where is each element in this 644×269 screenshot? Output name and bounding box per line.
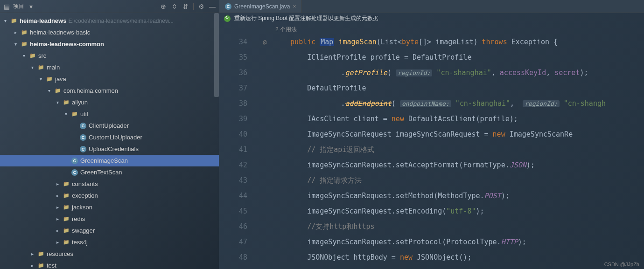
editor-panel: C GreenImageScan.java × 重新运行 Spring Boot… xyxy=(219,0,644,269)
editor-tab[interactable]: C GreenImageScan.java × xyxy=(219,0,302,13)
tree-arrow[interactable]: ▸ xyxy=(29,263,35,268)
tree-label: util xyxy=(80,110,88,117)
tree-row[interactable]: ▾src xyxy=(0,50,219,62)
folder-icon xyxy=(37,250,45,258)
tree-label: heima-leadnews-basic xyxy=(30,29,90,36)
tree-label: java xyxy=(55,76,66,83)
tree-label: main xyxy=(47,64,60,71)
project-panel: ▤ 项目 ▾ ⊕ ⇳ ⇵ ⚙ — ▾ heima-leadnews E:\cod… xyxy=(0,0,219,269)
watermark: CSDN @JJpZh xyxy=(604,262,639,267)
tree-row[interactable]: CGreenTextScan xyxy=(0,166,219,178)
chevron-down-icon[interactable]: ▾ xyxy=(27,3,35,10)
code-editor[interactable]: 343536373839404142434445464748 @ public … xyxy=(219,34,644,269)
tree-row[interactable]: ▸tess4j xyxy=(0,236,219,248)
java-class-icon: C xyxy=(71,157,78,165)
project-tree[interactable]: ▾ heima-leadnews E:\code\heima-leadnews\… xyxy=(0,13,219,269)
close-icon[interactable]: × xyxy=(293,3,296,10)
tree-row[interactable]: ▾java xyxy=(0,73,219,85)
tree-arrow[interactable]: ▾ xyxy=(29,65,35,70)
folder-icon xyxy=(63,204,70,211)
collapse-icon[interactable]: ⇵ xyxy=(182,3,189,10)
scrollbar-thumb[interactable] xyxy=(214,13,219,97)
tree-label: GreenImageScan xyxy=(80,157,128,164)
folder-icon xyxy=(71,110,78,118)
gutter-icons: @ xyxy=(252,34,278,269)
tree-label: jackson xyxy=(72,204,92,211)
tree-label: resources xyxy=(47,250,73,257)
locate-icon[interactable]: ⊕ xyxy=(160,3,167,10)
tree-row[interactable]: CGreenImageScan xyxy=(0,155,219,166)
tree-row[interactable]: ▸jackson xyxy=(0,201,219,213)
project-toolbar: ▤ 项目 ▾ ⊕ ⇳ ⇵ ⚙ — xyxy=(0,0,219,13)
tree-row[interactable]: ▸test xyxy=(0,260,219,269)
usages-hint[interactable]: 2 个用法 xyxy=(219,24,644,34)
tree-row[interactable]: CUploadCredentials xyxy=(0,143,219,155)
tree-row[interactable]: ▸redis xyxy=(0,213,219,225)
folder-icon xyxy=(54,87,62,95)
tree-label: ClientUploader xyxy=(89,122,129,129)
folder-icon xyxy=(63,99,70,106)
tree-row[interactable]: ▸exception xyxy=(0,190,219,201)
tree-label: aliyun xyxy=(72,99,88,106)
expand-icon[interactable]: ⇳ xyxy=(171,3,178,10)
folder-icon xyxy=(46,76,53,83)
tree-arrow[interactable]: ▾ xyxy=(46,88,52,93)
tree-arrow[interactable]: ▸ xyxy=(54,205,61,210)
folder-icon xyxy=(63,239,70,246)
code-area[interactable]: public Map imageScan(List<byte[]> imageL… xyxy=(278,34,644,269)
tree-arrow[interactable]: ▾ xyxy=(21,53,27,58)
line-gutter: 343536373839404142434445464748 xyxy=(219,34,252,269)
tab-title: GreenImageScan.java xyxy=(234,3,290,10)
java-class-icon: C xyxy=(79,145,87,153)
tree-label: exception xyxy=(72,192,98,199)
tree-label: heima-leadnews-common xyxy=(30,41,104,48)
project-label[interactable]: 项目 xyxy=(13,2,24,10)
folder-icon xyxy=(37,262,45,269)
java-class-icon: C xyxy=(71,169,78,176)
tree-row[interactable]: ▸heima-leadnews-basic xyxy=(0,27,219,38)
notification-bar[interactable]: 重新运行 Spring Boot 配置注解处理器以更新生成的元数据 xyxy=(219,13,644,24)
tree-arrow[interactable]: ▾ xyxy=(12,41,19,47)
tree-row[interactable]: ▾heima-leadnews-common xyxy=(0,38,219,50)
tree-arrow[interactable]: ▾ xyxy=(63,111,69,117)
tree-arrow[interactable]: ▸ xyxy=(54,181,61,186)
tree-root[interactable]: ▾ heima-leadnews E:\code\heima-leadnews\… xyxy=(0,15,219,27)
tree-label: com.heima.common xyxy=(63,87,118,94)
tree-arrow[interactable]: ▸ xyxy=(54,240,61,245)
tree-row[interactable]: ▸constants xyxy=(0,178,219,190)
tree-arrow[interactable]: ▾ xyxy=(37,76,44,82)
tree-arrow[interactable]: ▾ xyxy=(54,100,61,105)
java-class-icon: C xyxy=(79,122,87,130)
folder-icon xyxy=(63,180,70,188)
folder-icon xyxy=(29,52,36,60)
java-class-icon: C xyxy=(225,3,231,10)
tree-row[interactable]: ▸resources xyxy=(0,248,219,260)
tree-row[interactable]: CCustomLibUploader xyxy=(0,131,219,143)
tree-label: src xyxy=(38,52,46,59)
tree-row[interactable]: ▾com.heima.common xyxy=(0,85,219,97)
tree-label: UploadCredentials xyxy=(89,145,139,152)
folder-icon xyxy=(63,215,70,223)
tree-row[interactable]: ▾aliyun xyxy=(0,97,219,108)
folder-icon xyxy=(21,29,28,36)
tree-label: heima-leadnews xyxy=(20,17,66,24)
tree-row[interactable]: ▸swagger xyxy=(0,225,219,236)
tree-label: test xyxy=(47,262,56,269)
tree-row[interactable]: ▾main xyxy=(0,62,219,73)
tree-arrow[interactable]: ▸ xyxy=(12,30,19,35)
tree-arrow[interactable]: ▸ xyxy=(54,228,61,233)
tree-arrow[interactable]: ▸ xyxy=(29,251,35,256)
tree-row[interactable]: CClientUploader xyxy=(0,120,219,131)
refresh-icon xyxy=(224,15,231,22)
tree-label: tess4j xyxy=(72,239,88,246)
gear-icon[interactable]: ⚙ xyxy=(197,3,205,10)
minimize-icon[interactable]: — xyxy=(209,3,216,10)
project-icon: ▤ xyxy=(3,3,10,10)
chevron-down-icon[interactable]: ▾ xyxy=(2,18,8,23)
java-class-icon: C xyxy=(79,134,87,141)
tree-label: redis xyxy=(72,215,85,222)
tree-arrow[interactable]: ▸ xyxy=(54,216,61,221)
tree-arrow[interactable]: ▸ xyxy=(54,193,61,198)
tree-label: CustomLibUploader xyxy=(89,134,142,141)
tree-row[interactable]: ▾util xyxy=(0,108,219,120)
